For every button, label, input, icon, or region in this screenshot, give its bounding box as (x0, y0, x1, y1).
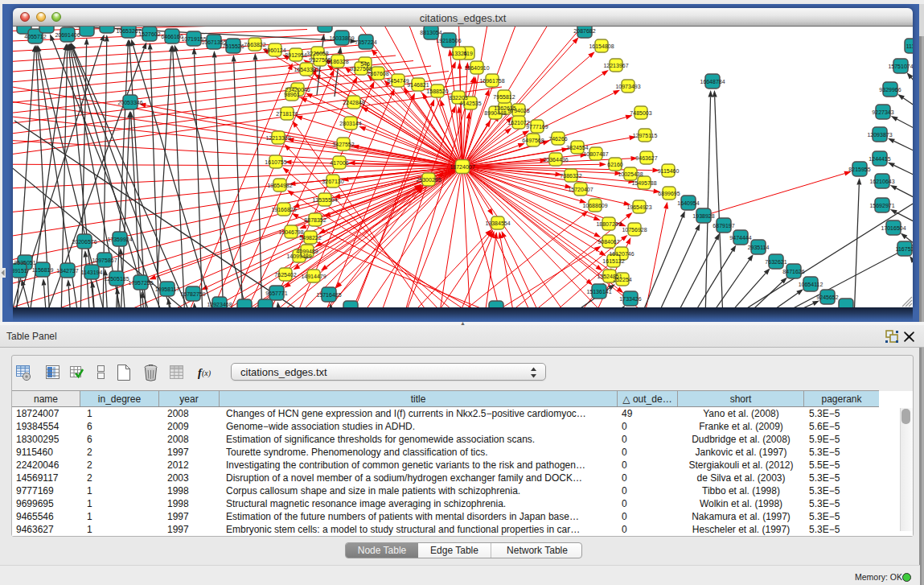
svg-text:1588520: 1588520 (426, 89, 448, 94)
svg-text:2803144: 2803144 (339, 121, 361, 126)
svg-text:1640954: 1640954 (677, 200, 699, 206)
svg-text:3267130: 3267130 (322, 179, 343, 184)
svg-text:12975115: 12975115 (633, 133, 658, 138)
svg-text:12213369: 12213369 (265, 135, 290, 141)
svg-text:1610755: 1610755 (265, 159, 286, 165)
svg-text:9474444: 9474444 (729, 235, 751, 241)
svg-text:16543382: 16543382 (294, 67, 318, 72)
svg-text:20053346: 20053346 (117, 100, 142, 105)
svg-text:1615132: 1615132 (602, 258, 624, 264)
svg-text:9115460: 9115460 (658, 168, 680, 174)
svg-text:14099489: 14099489 (286, 253, 311, 259)
svg-text:20364436: 20364436 (543, 157, 568, 163)
svg-text:3226058: 3226058 (306, 51, 328, 56)
svg-text:9657771: 9657771 (265, 290, 287, 296)
svg-text:10025438: 10025438 (618, 171, 643, 177)
svg-text:10958117: 10958117 (155, 286, 180, 292)
svg-text:2867608: 2867608 (367, 71, 388, 76)
svg-text:13325: 13325 (451, 51, 467, 56)
svg-text:15751074: 15751074 (888, 64, 913, 69)
svg-text:15720407: 15720407 (568, 187, 593, 192)
svg-text:6466160: 6466160 (161, 34, 183, 39)
svg-text:18724007: 18724007 (450, 164, 474, 170)
svg-text:8471626: 8471626 (782, 269, 804, 274)
svg-text:7515526: 7515526 (222, 43, 244, 49)
svg-text:2242848: 2242848 (343, 100, 364, 105)
svg-text:3960124: 3960124 (264, 47, 285, 53)
svg-text:62160: 62160 (607, 162, 623, 167)
svg-text:1244415: 1244415 (869, 156, 890, 162)
svg-text:19384554: 19384554 (485, 220, 510, 226)
svg-text:10756928: 10756928 (622, 227, 647, 233)
svg-text:7632621: 7632621 (765, 259, 786, 265)
svg-text:(x): (x) (202, 369, 211, 378)
svg-text:20206576: 20206576 (72, 239, 97, 245)
svg-text:7663822: 7663822 (244, 42, 265, 47)
svg-text:16782759: 16782759 (180, 291, 205, 297)
svg-text:7386322: 7386322 (560, 173, 581, 179)
svg-text:4099489: 4099489 (296, 249, 318, 254)
svg-text:6497568: 6497568 (522, 138, 544, 143)
svg-text:9777169: 9777169 (526, 124, 548, 130)
svg-text:10688609: 10688609 (582, 203, 607, 208)
svg-text:16648784: 16648784 (700, 79, 725, 84)
svg-text:116753: 116753 (896, 246, 913, 252)
svg-text:10046798: 10046798 (278, 229, 303, 235)
svg-text:10807487: 10807487 (583, 151, 608, 157)
svg-text:7485003: 7485003 (630, 110, 651, 116)
svg-text:6899695: 6899695 (658, 191, 680, 196)
svg-text:10973493: 10973493 (615, 84, 640, 89)
svg-text:9245652: 9245652 (816, 295, 838, 300)
svg-text:19654982: 19654982 (267, 183, 292, 188)
svg-text:746266: 746266 (548, 136, 567, 142)
svg-text:9227343: 9227343 (872, 109, 893, 115)
svg-text:7955812: 7955812 (493, 94, 515, 100)
svg-text:1112: 1112 (906, 43, 913, 49)
svg-text:2718176: 2718176 (276, 111, 298, 117)
svg-text:9463627: 9463627 (635, 155, 657, 161)
svg-text:20691406: 20691406 (55, 32, 80, 38)
svg-text:16210643: 16210643 (869, 179, 894, 184)
svg-text:2535051: 2535051 (14, 260, 35, 266)
svg-text:25300295: 25300295 (416, 177, 441, 183)
svg-text:98961: 98961 (284, 92, 300, 97)
svg-text:1938928: 1938928 (692, 213, 714, 219)
svg-text:17016504: 17016504 (881, 225, 906, 231)
svg-text:13535594: 13535594 (312, 197, 337, 203)
svg-text:14914479: 14914479 (301, 274, 326, 279)
svg-text:832203: 832203 (449, 95, 467, 101)
svg-text:2087682: 2087682 (573, 28, 595, 34)
svg-text:18640910: 18640910 (464, 65, 489, 71)
svg-text:1156819: 1156819 (32, 267, 54, 273)
svg-text:1527602: 1527602 (138, 31, 160, 37)
svg-text:8912954: 8912954 (285, 52, 306, 58)
svg-text:15716485: 15716485 (316, 292, 341, 298)
svg-text:39151: 39151 (13, 268, 27, 274)
svg-text:19654923: 19654923 (626, 204, 651, 210)
svg-text:4055712: 4055712 (24, 34, 46, 39)
svg-text:1143194: 1143194 (81, 270, 103, 275)
svg-text:4142535: 4142535 (459, 101, 481, 106)
svg-text:17957255: 17957255 (128, 280, 153, 286)
svg-text:3427552: 3427552 (332, 142, 354, 147)
svg-text:1342737: 1342737 (56, 268, 78, 274)
svg-text:8878352: 8878352 (304, 217, 326, 223)
svg-text:8454749: 8454749 (387, 78, 409, 84)
svg-text:252254: 252254 (613, 277, 631, 282)
svg-text:16033809: 16033809 (329, 35, 354, 41)
svg-text:417006: 417006 (330, 160, 348, 166)
svg-text:2935114: 2935114 (748, 245, 770, 250)
svg-text:19218506: 19218506 (436, 38, 461, 43)
svg-text:7357224: 7357224 (355, 39, 376, 45)
svg-text:16154808: 16154808 (589, 43, 614, 49)
svg-text:8813054: 8813054 (420, 30, 441, 35)
svg-text:8186328: 8186328 (326, 59, 348, 64)
svg-text:6879197: 6879197 (713, 223, 734, 229)
svg-text:10653267: 10653267 (116, 28, 141, 34)
svg-text:9146821: 9146821 (407, 82, 429, 88)
svg-text:10654112: 10654112 (799, 282, 823, 287)
svg-text:12505185: 12505185 (104, 276, 129, 282)
svg-text:15136141: 15136141 (586, 289, 611, 295)
svg-text:5498222: 5498222 (299, 235, 321, 241)
svg-text:3824554: 3824554 (566, 145, 588, 150)
